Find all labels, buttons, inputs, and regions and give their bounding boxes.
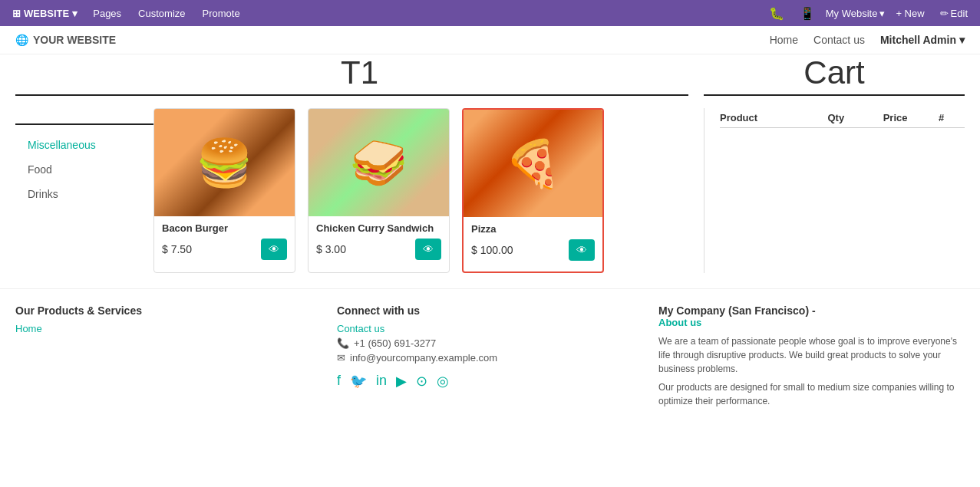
globe-icon: 🌐 bbox=[15, 34, 28, 46]
admin-dropdown[interactable]: Mitchell Admin ▾ bbox=[880, 34, 965, 46]
footer-email-item: ✉ info@yourcompany.example.com bbox=[337, 352, 643, 364]
linkedin-icon[interactable]: in bbox=[376, 373, 387, 390]
footer: Our Products & Services Home Connect wit… bbox=[0, 288, 980, 423]
contact-nav-link[interactable]: Contact us bbox=[813, 34, 865, 46]
new-label: + New bbox=[896, 8, 924, 19]
sidebar-item-food-label: Food bbox=[28, 163, 52, 176]
site-logo[interactable]: 🌐 YOUR WEBSITE bbox=[15, 34, 116, 46]
brand-chevron-icon: ▾ bbox=[72, 8, 78, 19]
customize-nav-item[interactable]: Customize bbox=[132, 5, 191, 22]
category-sidebar: Miscellaneous Food Drinks bbox=[15, 108, 153, 273]
footer-company-desc1: We are a team of passionate people whose… bbox=[658, 334, 965, 376]
product-grid: 🍔 Bacon Burger $ 7.50 👁 🥪 bbox=[153, 108, 704, 273]
product-card-chicken-curry: 🥪 Chicken Curry Sandwich $ 3.00 👁 bbox=[308, 108, 450, 273]
cart-header-hash: # bbox=[939, 112, 965, 123]
pizza-price: $ 100.00 bbox=[471, 244, 513, 256]
promote-nav-item[interactable]: Promote bbox=[196, 5, 246, 22]
chicken-curry-price: $ 3.00 bbox=[316, 243, 346, 255]
my-website-button[interactable]: My Website ▾ bbox=[826, 8, 886, 19]
grid-icon: ⊞ bbox=[12, 8, 21, 19]
edit-label: Edit bbox=[951, 8, 968, 19]
sidebar-item-miscellaneous[interactable]: Miscellaneous bbox=[15, 133, 153, 157]
phone-icon: 📞 bbox=[337, 337, 349, 349]
social-icons: f 🐦 in ▶ ⊙ ◎ bbox=[337, 373, 643, 390]
page-title-t1: T1 bbox=[15, 54, 704, 91]
youtube-icon[interactable]: ▶ bbox=[396, 373, 407, 390]
new-button[interactable]: + New bbox=[891, 6, 929, 21]
github-icon[interactable]: ⊙ bbox=[416, 373, 427, 390]
footer-phone: +1 (650) 691-3277 bbox=[354, 337, 436, 349]
website-brand[interactable]: ⊞ WEBSITE ▾ bbox=[8, 8, 82, 19]
about-us-link[interactable]: About us bbox=[658, 317, 965, 328]
instagram-icon[interactable]: ◎ bbox=[437, 373, 449, 390]
edit-button[interactable]: ✏ Edit bbox=[935, 6, 972, 21]
sidebar-item-drinks-label: Drinks bbox=[28, 188, 58, 200]
product-card-bacon-burger: 🍔 Bacon Burger $ 7.50 👁 bbox=[153, 108, 295, 273]
cart-header-price: Price bbox=[883, 112, 935, 123]
chicken-curry-image: 🥪 bbox=[309, 109, 449, 216]
chicken-curry-view-button[interactable]: 👁 bbox=[415, 239, 441, 260]
product-card-pizza: 🍕 Pizza $ 100.00 👁 bbox=[462, 108, 604, 273]
bacon-burger-image: 🍔 bbox=[154, 109, 295, 216]
footer-col-products: Our Products & Services Home bbox=[15, 304, 322, 408]
cart-section: Product Qty Price # bbox=[704, 108, 965, 273]
site-nav: Home Contact us Mitchell Admin ▾ bbox=[770, 34, 965, 46]
sidebar-item-drinks[interactable]: Drinks bbox=[15, 182, 153, 206]
bacon-burger-view-button[interactable]: 👁 bbox=[261, 239, 287, 260]
pencil-icon: ✏ bbox=[940, 8, 949, 19]
top-navigation: ⊞ WEBSITE ▾ Pages Customize Promote 🐛 📱 … bbox=[0, 0, 980, 26]
main-layout: Miscellaneous Food Drinks 🍔 Bac bbox=[15, 108, 965, 273]
page-titles: T1 Cart bbox=[15, 54, 965, 91]
bacon-burger-name: Bacon Burger bbox=[162, 222, 287, 234]
my-website-chevron-icon: ▾ bbox=[879, 8, 885, 19]
sidebar-item-food[interactable]: Food bbox=[15, 157, 153, 182]
chicken-curry-name: Chicken Curry Sandwich bbox=[316, 222, 441, 234]
admin-chevron-icon: ▾ bbox=[959, 34, 965, 46]
footer-col-company: My Company (San Francisco) - About us We… bbox=[658, 304, 965, 408]
page-title-cart: Cart bbox=[704, 54, 965, 91]
cart-table-header: Product Qty Price # bbox=[720, 108, 965, 128]
email-icon: ✉ bbox=[337, 352, 345, 364]
footer-company-desc2: Our products are designed for small to m… bbox=[658, 380, 965, 408]
home-nav-link[interactable]: Home bbox=[770, 34, 798, 46]
site-header: 🌐 YOUR WEBSITE Home Contact us Mitchell … bbox=[0, 26, 980, 54]
bacon-burger-price: $ 7.50 bbox=[162, 243, 192, 255]
site-logo-text: YOUR WEBSITE bbox=[33, 34, 116, 46]
footer-products-title: Our Products & Services bbox=[15, 304, 322, 317]
facebook-icon[interactable]: f bbox=[337, 373, 341, 390]
cart-header-product: Product bbox=[720, 112, 824, 123]
admin-name: Mitchell Admin bbox=[880, 34, 956, 46]
brand-label: WEBSITE bbox=[24, 8, 69, 19]
footer-contact-link[interactable]: Contact us bbox=[337, 323, 643, 334]
cart-header-qty: Qty bbox=[827, 112, 879, 123]
twitter-icon[interactable]: 🐦 bbox=[350, 373, 367, 390]
mobile-icon[interactable]: 📱 bbox=[795, 5, 820, 22]
sidebar-item-miscellaneous-label: Miscellaneous bbox=[28, 139, 96, 151]
pizza-name: Pizza bbox=[471, 223, 595, 235]
footer-company-name: My Company (San Francisco) bbox=[658, 304, 809, 317]
footer-home-link[interactable]: Home bbox=[15, 323, 322, 334]
bug-icon[interactable]: 🐛 bbox=[764, 5, 789, 22]
pizza-image: 🍕 bbox=[464, 110, 602, 217]
my-website-label: My Website bbox=[826, 8, 878, 19]
footer-connect-title: Connect with us bbox=[337, 304, 643, 317]
footer-col-connect: Connect with us Contact us 📞 +1 (650) 69… bbox=[337, 304, 643, 408]
pages-nav-item[interactable]: Pages bbox=[87, 5, 127, 22]
footer-email: info@yourcompany.example.com bbox=[350, 352, 497, 364]
footer-company-title: My Company (San Francisco) - About us bbox=[658, 304, 965, 328]
footer-phone-item: 📞 +1 (650) 691-3277 bbox=[337, 337, 643, 349]
products-section: 🍔 Bacon Burger $ 7.50 👁 🥪 bbox=[153, 108, 704, 273]
pizza-view-button[interactable]: 👁 bbox=[569, 239, 595, 261]
